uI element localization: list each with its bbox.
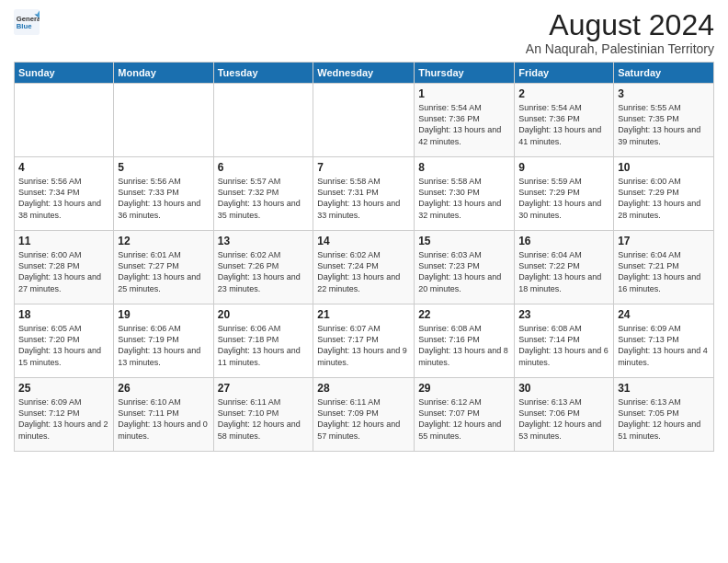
day-cell-1-6: 10Sunrise: 6:00 AM Sunset: 7:29 PM Dayli… [614,157,714,231]
day-cell-0-5: 2Sunrise: 5:54 AM Sunset: 7:36 PM Daylig… [515,84,614,157]
day-cell-3-3: 21Sunrise: 6:07 AM Sunset: 7:17 PM Dayli… [313,304,415,378]
day-cell-3-5: 23Sunrise: 6:08 AM Sunset: 7:14 PM Dayli… [515,304,614,378]
day-cell-4-4: 29Sunrise: 6:12 AM Sunset: 7:07 PM Dayli… [415,378,515,452]
day-cell-1-4: 8Sunrise: 5:58 AM Sunset: 7:30 PM Daylig… [415,157,515,231]
day-detail: Sunrise: 6:06 AM Sunset: 7:18 PM Dayligh… [218,323,310,368]
week-row-5: 25Sunrise: 6:09 AM Sunset: 7:12 PM Dayli… [15,378,714,452]
logo-icon: General Blue [14,9,40,35]
day-detail: Sunrise: 6:03 AM Sunset: 7:23 PM Dayligh… [418,249,510,294]
day-detail: Sunrise: 6:04 AM Sunset: 7:22 PM Dayligh… [518,249,609,294]
day-number: 9 [518,161,609,174]
day-number: 26 [118,382,209,395]
day-number: 12 [118,235,209,247]
day-cell-3-6: 24Sunrise: 6:09 AM Sunset: 7:13 PM Dayli… [614,304,714,378]
day-number: 29 [418,382,510,395]
day-number: 6 [218,161,310,174]
day-cell-2-6: 17Sunrise: 6:04 AM Sunset: 7:21 PM Dayli… [614,231,714,304]
day-cell-4-6: 31Sunrise: 6:13 AM Sunset: 7:05 PM Dayli… [614,378,714,452]
day-detail: Sunrise: 6:00 AM Sunset: 7:29 PM Dayligh… [618,176,710,221]
day-number: 2 [518,87,609,100]
header-sunday: Sunday [15,63,114,84]
day-number: 21 [317,308,410,321]
day-cell-2-2: 13Sunrise: 6:02 AM Sunset: 7:26 PM Dayli… [213,231,313,304]
day-number: 31 [618,382,710,395]
day-detail: Sunrise: 6:10 AM Sunset: 7:11 PM Dayligh… [118,396,209,442]
weekday-header-row: Sunday Monday Tuesday Wednesday Thursday… [15,63,714,84]
day-number: 18 [18,308,109,321]
day-number: 15 [418,235,510,247]
day-detail: Sunrise: 6:13 AM Sunset: 7:06 PM Dayligh… [518,396,609,442]
day-cell-3-0: 18Sunrise: 6:05 AM Sunset: 7:20 PM Dayli… [15,304,114,378]
day-number: 5 [118,161,209,174]
day-number: 4 [18,161,109,174]
day-detail: Sunrise: 5:56 AM Sunset: 7:33 PM Dayligh… [118,176,209,221]
day-number: 25 [18,382,109,395]
logo: General Blue [14,9,40,35]
day-detail: Sunrise: 6:11 AM Sunset: 7:10 PM Dayligh… [218,396,310,442]
day-detail: Sunrise: 5:59 AM Sunset: 7:29 PM Dayligh… [518,176,609,221]
day-cell-3-4: 22Sunrise: 6:08 AM Sunset: 7:16 PM Dayli… [415,304,515,378]
day-number: 27 [218,382,310,395]
svg-text:Blue: Blue [17,22,32,30]
day-detail: Sunrise: 6:02 AM Sunset: 7:26 PM Dayligh… [218,249,310,294]
day-cell-0-4: 1Sunrise: 5:54 AM Sunset: 7:36 PM Daylig… [415,84,515,157]
calendar-table: Sunday Monday Tuesday Wednesday Thursday… [14,62,714,452]
header-monday: Monday [114,63,213,84]
day-cell-1-3: 7Sunrise: 5:58 AM Sunset: 7:31 PM Daylig… [313,157,415,231]
header: General Blue August 2024 An Naqurah, Pal… [14,9,714,56]
day-detail: Sunrise: 5:55 AM Sunset: 7:35 PM Dayligh… [618,102,710,147]
day-number: 22 [418,308,510,321]
day-detail: Sunrise: 6:12 AM Sunset: 7:07 PM Dayligh… [418,396,510,442]
day-cell-0-6: 3Sunrise: 5:55 AM Sunset: 7:35 PM Daylig… [614,84,714,157]
day-number: 23 [518,308,609,321]
day-cell-4-5: 30Sunrise: 6:13 AM Sunset: 7:06 PM Dayli… [515,378,614,452]
day-detail: Sunrise: 6:07 AM Sunset: 7:17 PM Dayligh… [317,323,410,368]
day-cell-0-1 [114,84,213,157]
day-cell-1-1: 5Sunrise: 5:56 AM Sunset: 7:33 PM Daylig… [114,157,213,231]
day-cell-4-0: 25Sunrise: 6:09 AM Sunset: 7:12 PM Dayli… [15,378,114,452]
day-detail: Sunrise: 6:06 AM Sunset: 7:19 PM Dayligh… [118,323,209,368]
day-detail: Sunrise: 5:58 AM Sunset: 7:31 PM Dayligh… [317,176,410,221]
day-number: 28 [317,382,410,395]
day-cell-2-3: 14Sunrise: 6:02 AM Sunset: 7:24 PM Dayli… [313,231,415,304]
week-row-2: 4Sunrise: 5:56 AM Sunset: 7:34 PM Daylig… [15,157,714,231]
day-number: 3 [618,87,710,100]
week-row-4: 18Sunrise: 6:05 AM Sunset: 7:20 PM Dayli… [15,304,714,378]
day-detail: Sunrise: 6:09 AM Sunset: 7:13 PM Dayligh… [618,323,710,368]
day-cell-4-2: 27Sunrise: 6:11 AM Sunset: 7:10 PM Dayli… [213,378,313,452]
day-number: 14 [317,235,410,247]
day-cell-0-0 [15,84,114,157]
day-cell-0-3 [313,84,415,157]
subtitle: An Naqurah, Palestinian Territory [526,41,714,56]
day-cell-3-2: 20Sunrise: 6:06 AM Sunset: 7:18 PM Dayli… [213,304,313,378]
day-detail: Sunrise: 6:02 AM Sunset: 7:24 PM Dayligh… [317,249,410,294]
day-number: 30 [518,382,609,395]
day-cell-4-3: 28Sunrise: 6:11 AM Sunset: 7:09 PM Dayli… [313,378,415,452]
day-number: 7 [317,161,410,174]
title-section: August 2024 An Naqurah, Palestinian Terr… [526,9,714,56]
day-number: 16 [518,235,609,247]
main-title: August 2024 [526,9,714,41]
day-detail: Sunrise: 6:01 AM Sunset: 7:27 PM Dayligh… [118,249,209,294]
day-detail: Sunrise: 5:58 AM Sunset: 7:30 PM Dayligh… [418,176,510,221]
day-cell-2-5: 16Sunrise: 6:04 AM Sunset: 7:22 PM Dayli… [515,231,614,304]
day-cell-4-1: 26Sunrise: 6:10 AM Sunset: 7:11 PM Dayli… [114,378,213,452]
calendar-body: 1Sunrise: 5:54 AM Sunset: 7:36 PM Daylig… [15,84,714,452]
page: General Blue August 2024 An Naqurah, Pal… [0,0,728,461]
day-cell-1-5: 9Sunrise: 5:59 AM Sunset: 7:29 PM Daylig… [515,157,614,231]
day-cell-2-0: 11Sunrise: 6:00 AM Sunset: 7:28 PM Dayli… [15,231,114,304]
day-cell-2-1: 12Sunrise: 6:01 AM Sunset: 7:27 PM Dayli… [114,231,213,304]
day-number: 19 [118,308,209,321]
header-thursday: Thursday [415,63,515,84]
day-number: 24 [618,308,710,321]
day-detail: Sunrise: 6:00 AM Sunset: 7:28 PM Dayligh… [18,249,109,294]
day-detail: Sunrise: 5:54 AM Sunset: 7:36 PM Dayligh… [518,102,609,147]
week-row-3: 11Sunrise: 6:00 AM Sunset: 7:28 PM Dayli… [15,231,714,304]
week-row-1: 1Sunrise: 5:54 AM Sunset: 7:36 PM Daylig… [15,84,714,157]
day-cell-1-2: 6Sunrise: 5:57 AM Sunset: 7:32 PM Daylig… [213,157,313,231]
header-wednesday: Wednesday [313,63,415,84]
day-cell-2-4: 15Sunrise: 6:03 AM Sunset: 7:23 PM Dayli… [415,231,515,304]
day-detail: Sunrise: 6:05 AM Sunset: 7:20 PM Dayligh… [18,323,109,368]
day-number: 17 [618,235,710,247]
header-tuesday: Tuesday [213,63,313,84]
